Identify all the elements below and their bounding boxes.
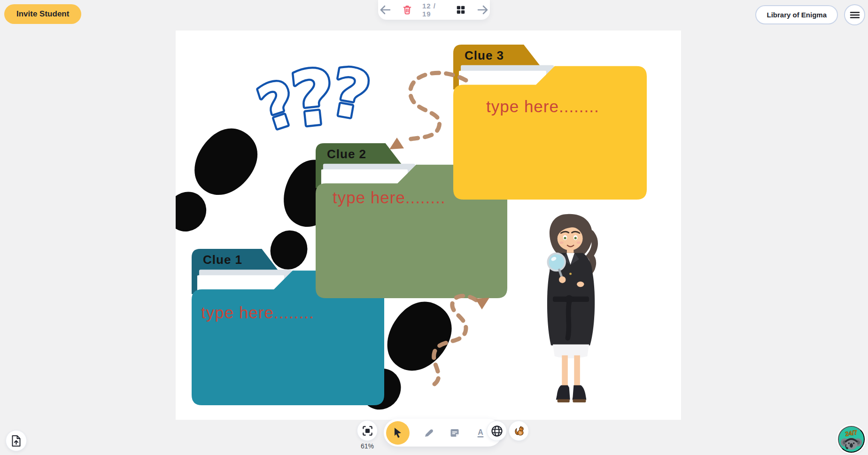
zoom-level: 61%	[356, 442, 379, 450]
zoom-controls: 61%	[356, 420, 379, 450]
previous-page-button[interactable]	[378, 3, 392, 16]
clue-3-folder[interactable]: Clue 3 type here........	[453, 45, 647, 200]
cursor-icon	[392, 427, 403, 439]
clue-2-text-placeholder[interactable]: type here........	[333, 188, 446, 207]
globe-icon	[491, 425, 503, 437]
fit-to-screen-icon	[362, 425, 373, 437]
svg-text:A: A	[478, 428, 483, 436]
trash-icon	[402, 4, 412, 15]
boot	[572, 385, 586, 400]
folder-graphic	[453, 45, 647, 200]
hand-holding-glass	[559, 276, 566, 283]
text-tool-button[interactable]: A	[474, 426, 487, 440]
magnifying-glass	[548, 254, 565, 271]
hamburger-icon	[849, 9, 860, 21]
boot	[556, 385, 570, 400]
support-koala-icon: 24/7	[839, 426, 864, 453]
clue-1-text-placeholder[interactable]: type here........	[201, 303, 314, 322]
pen-tool-button[interactable]	[422, 426, 435, 440]
fit-to-screen-button[interactable]	[357, 420, 378, 441]
leg	[562, 355, 568, 388]
detective-illustration[interactable]	[540, 208, 604, 408]
support-chat-button[interactable]: 24/7	[838, 426, 865, 453]
web-embed-button[interactable]	[487, 421, 507, 441]
folder-label: Clue 2	[327, 147, 366, 162]
folder-label: Clue 3	[465, 48, 504, 63]
page-navigation-bar: 12 / 19	[378, 0, 490, 20]
sticky-note-tool-button[interactable]	[448, 426, 461, 440]
whiteboard-canvas: ? ? ?	[176, 31, 681, 420]
squirrel-icon	[513, 425, 525, 437]
forward-arrow-icon	[477, 4, 489, 15]
next-page-button[interactable]	[476, 3, 490, 16]
sticky-note-icon	[449, 427, 460, 439]
document-upload-icon	[11, 435, 22, 447]
svg-text:?: ?	[325, 53, 376, 135]
library-of-enigma-button[interactable]: Library of Enigma	[755, 5, 838, 24]
page-indicator: 12 / 19	[422, 2, 446, 18]
drawing-toolbar: A	[384, 419, 502, 447]
hand-on-hip	[577, 282, 584, 287]
skirt-hem	[553, 345, 589, 358]
invite-student-button[interactable]: Invite Student	[4, 4, 81, 24]
question-marks-illustration[interactable]: ? ? ?	[250, 53, 376, 146]
text-icon: A	[475, 427, 486, 439]
main-menu-button[interactable]	[844, 4, 865, 25]
stickers-button[interactable]	[509, 421, 529, 441]
pencil-icon	[423, 427, 434, 439]
delete-page-button[interactable]	[401, 3, 413, 16]
clue-3-text-placeholder[interactable]: type here........	[486, 97, 599, 116]
import-document-button[interactable]	[6, 430, 27, 451]
back-arrow-icon	[379, 4, 391, 15]
grid-icon	[456, 5, 466, 15]
pages-overview-button[interactable]	[455, 4, 467, 16]
whiteboard-app: Invite Student 12 / 19	[0, 0, 868, 455]
folder-label: Clue 1	[203, 253, 242, 267]
select-tool-button[interactable]	[386, 421, 410, 445]
top-right-controls: Library of Enigma	[755, 4, 865, 25]
leg	[574, 355, 580, 388]
